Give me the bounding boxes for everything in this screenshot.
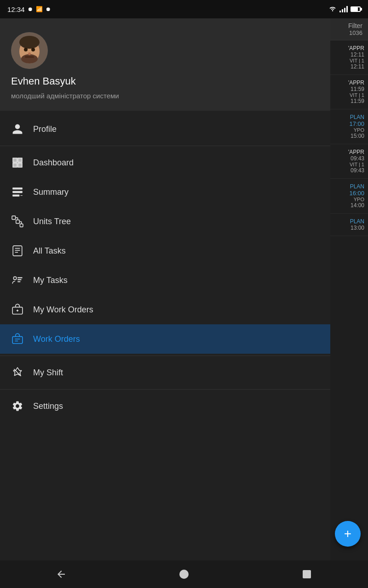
profile-icon (11, 123, 24, 136)
sidebar-item-label-my-work-orders: My Work Orders (33, 305, 93, 315)
svg-rect-39 (303, 570, 311, 578)
sidebar-item-my-tasks[interactable]: My Tasks (0, 266, 330, 295)
settings-icon (11, 400, 24, 413)
svg-rect-18 (20, 224, 23, 227)
user-profile-section: Evhen Basyuk молодший адміністратор сист… (0, 18, 330, 111)
svg-point-3 (21, 54, 38, 63)
svg-rect-34 (12, 337, 23, 344)
bg-list-item-1: 'APPR 12:11 VIT | 1 12:11 (330, 40, 368, 75)
nav-divider-2 (0, 356, 330, 356)
sidebar-item-label-my-tasks: My Tasks (33, 276, 68, 285)
all-tasks-icon (11, 244, 24, 257)
wifi-icon (328, 5, 337, 13)
nav-divider-3 (0, 389, 330, 390)
nav-menu: Profile Dashboard Summary (0, 111, 330, 424)
status-bar-left: 12:34 ⏺ 📶 ⏺ (7, 6, 51, 13)
my-shift-icon (11, 366, 24, 379)
bg-list-item-4: 'APPR 09:43 VIT | 1 09:43 (330, 144, 368, 179)
bg-list-item-6: PLAN 13:00 (330, 214, 368, 236)
filter-label: Filter (336, 22, 362, 29)
sidebar-item-label-dashboard: Dashboard (33, 158, 74, 168)
sidebar-item-label-profile: Profile (33, 124, 57, 134)
item-count: 1036 (336, 29, 362, 36)
svg-rect-12 (12, 187, 23, 189)
status-time: 12:34 (7, 6, 25, 13)
sidebar-item-my-work-orders[interactable]: My Work Orders (0, 295, 330, 324)
work-orders-icon (11, 333, 24, 345)
svg-rect-14 (12, 194, 19, 196)
sidebar-item-label-settings: Settings (33, 401, 63, 411)
status-bar-right (328, 5, 361, 13)
fab-add-button[interactable]: + (335, 521, 361, 547)
svg-rect-30 (17, 281, 21, 282)
summary-icon (11, 186, 24, 198)
nav-divider-1 (0, 146, 330, 146)
status-bar: 12:34 ⏺ 📶 ⏺ (0, 0, 368, 18)
fab-plus-icon: + (344, 527, 351, 540)
bg-top-bar: Filter 1036 (330, 18, 368, 40)
my-work-orders-icon (11, 303, 24, 316)
bg-list-item-2: 'APPR 11:59 VIT | 1 11:59 (330, 75, 368, 109)
avatar (11, 32, 48, 69)
record2-icon: ⏺ (46, 6, 51, 12)
bg-list-item-3: PLAN 17:00 YPO 15:00 (330, 109, 368, 144)
my-tasks-icon (11, 274, 24, 287)
signal-icon (339, 6, 348, 12)
svg-rect-23 (13, 246, 22, 256)
recent-apps-button[interactable] (293, 560, 321, 588)
sidebar-item-my-shift[interactable]: My Shift (0, 358, 330, 387)
sidebar-item-summary[interactable]: Summary (0, 177, 330, 207)
svg-rect-17 (16, 220, 20, 224)
sidebar-item-label-all-tasks: All Tasks (33, 246, 66, 256)
svg-point-4 (24, 48, 28, 51)
home-button[interactable] (170, 560, 198, 588)
bg-list-item-5: PLAN 16:00 YPO 14:00 (330, 179, 368, 214)
sidebar-item-label-work-orders: Work Orders (33, 334, 80, 344)
nav-drawer: Evhen Basyuk молодший адміністратор сист… (0, 18, 330, 560)
svg-point-27 (13, 277, 16, 280)
record-icon: ⏺ (28, 6, 33, 12)
svg-point-38 (179, 570, 189, 579)
svg-rect-16 (12, 216, 16, 220)
nav-list: Profile Dashboard Summary (0, 111, 330, 424)
sidebar-item-dashboard[interactable]: Dashboard (0, 148, 330, 177)
user-name: Evhen Basyuk (11, 75, 319, 87)
svg-point-2 (19, 36, 40, 49)
bg-right-panel: Filter 1036 'APPR 12:11 VIT | 1 12:11 'A… (330, 18, 368, 560)
back-button[interactable] (47, 560, 75, 588)
svg-rect-29 (17, 279, 22, 280)
avatar-image (11, 32, 48, 69)
sidebar-item-units-tree[interactable]: Units Tree (0, 207, 330, 236)
battery-icon (351, 6, 361, 12)
sidebar-item-profile[interactable]: Profile (0, 114, 330, 144)
sim-icon: 📶 (36, 6, 43, 12)
user-role: молодший адміністратор системи (11, 92, 319, 100)
sidebar-item-all-tasks[interactable]: All Tasks (0, 236, 330, 266)
sidebar-item-label-summary: Summary (33, 187, 69, 197)
sidebar-item-label-my-shift: My Shift (33, 368, 63, 378)
svg-point-6 (28, 52, 31, 55)
dashboard-icon (11, 156, 24, 169)
svg-rect-13 (12, 191, 23, 193)
sidebar-item-settings[interactable]: Settings (0, 391, 330, 421)
bottom-nav-bar (0, 560, 368, 588)
svg-rect-7 (25, 56, 34, 58)
sidebar-item-work-orders[interactable]: Work Orders (0, 324, 330, 354)
svg-rect-28 (17, 277, 23, 278)
sidebar-item-label-units-tree: Units Tree (33, 217, 71, 226)
svg-point-5 (31, 48, 35, 51)
units-tree-icon (11, 215, 24, 228)
